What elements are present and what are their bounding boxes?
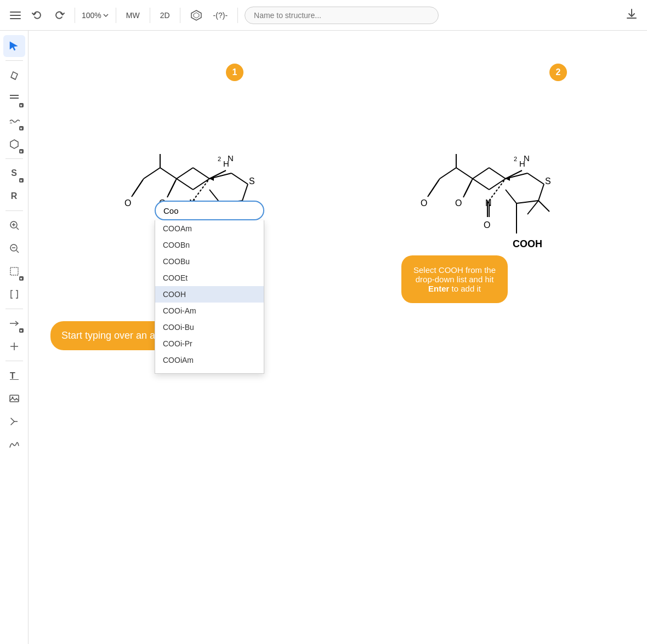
svg-line-48 — [242, 184, 248, 201]
cursor-tool[interactable] — [3, 35, 25, 57]
svg-line-35 — [177, 168, 193, 179]
svg-text:O: O — [484, 220, 490, 230]
svg-text:COOH: COOH — [513, 238, 542, 249]
plus-tool[interactable] — [3, 335, 25, 357]
dropdown-container: COOAm COOBn COOBu COOEt COOH COOi-Am COO… — [155, 201, 264, 374]
sep-5 — [5, 361, 23, 361]
dropdown-item[interactable]: COOAm — [155, 220, 264, 237]
mw-button[interactable]: MW — [123, 9, 143, 22]
sep-1 — [5, 60, 23, 61]
ring-tool[interactable]: ▼ — [3, 133, 25, 155]
svg-text:O: O — [455, 198, 462, 208]
svg-line-58 — [456, 168, 473, 179]
query-button[interactable]: -(?)- — [210, 9, 231, 22]
svg-rect-0 — [10, 12, 21, 13]
svg-line-84 — [527, 201, 538, 214]
undo-button[interactable] — [29, 8, 46, 23]
dropdown-item[interactable]: COOi-Bu — [155, 319, 264, 335]
dropdown-item[interactable]: COOBu — [155, 253, 264, 270]
r-group-tool[interactable]: R — [3, 185, 25, 207]
molecule-2: O H 2 N O N S O — [368, 69, 632, 277]
eraser-tool[interactable] — [3, 64, 25, 86]
svg-line-68 — [506, 170, 522, 179]
svg-line-46 — [209, 173, 231, 179]
svg-text:2: 2 — [218, 156, 221, 162]
svg-text:N: N — [228, 153, 234, 163]
svg-line-63 — [473, 179, 489, 190]
bond-tool[interactable]: ▼ — [3, 87, 25, 109]
dropdown-item[interactable]: COOBn — [155, 237, 264, 253]
svg-text:S: S — [545, 176, 551, 186]
dropdown-item[interactable]: COOEt — [155, 270, 264, 286]
bracket-tool[interactable] — [3, 283, 25, 305]
2d-button[interactable]: 2D — [157, 9, 173, 22]
s-group-tool[interactable]: S ▼ — [3, 162, 25, 184]
main-layout: ▼ ▼ ▼ S ▼ R ▼ ▼ — [0, 31, 647, 644]
svg-text:N: N — [485, 198, 492, 208]
fragment-button[interactable] — [187, 7, 206, 24]
signature-tool[interactable] — [3, 434, 25, 455]
svg-line-32 — [177, 179, 193, 190]
svg-line-78 — [527, 173, 544, 184]
dropdown-list: COOAm COOBn COOBu COOEt COOH COOi-Am COO… — [155, 220, 264, 374]
svg-line-17 — [16, 250, 19, 253]
svg-marker-10 — [10, 140, 18, 149]
zoom-control[interactable]: 100% — [82, 11, 109, 20]
arrow-tool[interactable]: ▼ — [3, 312, 25, 334]
zoom-in-tool[interactable] — [3, 214, 25, 236]
svg-line-66 — [473, 168, 489, 179]
svg-marker-6 — [11, 72, 18, 79]
atom-input[interactable] — [155, 201, 264, 220]
sidebar: ▼ ▼ ▼ S ▼ R ▼ ▼ — [0, 31, 29, 644]
svg-rect-18 — [10, 267, 18, 275]
rect-select-tool[interactable]: ▼ — [3, 260, 25, 282]
zoom-out-tool[interactable] — [3, 237, 25, 259]
svg-marker-5 — [10, 42, 18, 50]
ring-tool-badge: ▼ — [19, 149, 24, 153]
dropdown-item[interactable]: COOi-Am — [155, 303, 264, 319]
redo-button[interactable] — [50, 8, 68, 23]
canvas-area[interactable]: 1 O H 2 N O — [29, 31, 647, 644]
svg-line-27 — [160, 168, 177, 179]
svg-text:T: T — [10, 371, 15, 380]
callout-step2-bold: Enter — [428, 284, 449, 293]
s-group-badge: ▼ — [19, 178, 24, 183]
sep-2 — [5, 158, 23, 159]
svg-text:S: S — [249, 176, 255, 186]
svg-line-7 — [11, 77, 15, 79]
sep2 — [116, 8, 116, 23]
svg-line-29 — [132, 180, 143, 197]
rect-select-badge: ▼ — [19, 276, 24, 281]
svg-text:2: 2 — [514, 156, 517, 162]
svg-marker-3 — [191, 10, 201, 20]
text-tool[interactable]: T — [3, 364, 25, 386]
sep3 — [150, 8, 150, 23]
svg-line-81 — [506, 190, 517, 203]
svg-line-57 — [440, 168, 456, 179]
svg-line-47 — [231, 173, 248, 184]
arrow-tool-badge: ▼ — [19, 328, 24, 333]
dropdown-item-cooh[interactable]: COOH — [155, 286, 264, 303]
dropdown-item[interactable]: COOiAm — [155, 352, 264, 368]
sep-3 — [5, 210, 23, 211]
svg-line-73 — [463, 181, 472, 197]
dropdown-item[interactable]: COOiBu — [155, 368, 264, 374]
menu-button[interactable] — [7, 8, 24, 23]
svg-line-42 — [167, 181, 175, 197]
svg-rect-24 — [10, 395, 19, 402]
reaction-tool[interactable] — [3, 411, 25, 432]
dropdown-item[interactable]: COOi-Pr — [155, 335, 264, 352]
image-tool[interactable] — [3, 387, 25, 409]
zoom-value: 100% — [82, 11, 101, 20]
svg-text:N: N — [524, 153, 530, 163]
wavy-tool[interactable]: ▼ — [3, 110, 25, 132]
svg-line-65 — [489, 168, 506, 179]
svg-marker-4 — [194, 13, 199, 18]
download-button[interactable] — [623, 5, 640, 25]
svg-line-33 — [193, 179, 209, 190]
callout-step2-line3: to add it — [452, 284, 481, 293]
bond-tool-badge: ▼ — [19, 103, 24, 107]
name-to-structure-input[interactable] — [245, 7, 439, 24]
callout-step2-line2: drop-down list and hit — [416, 275, 494, 284]
svg-line-83 — [538, 201, 549, 212]
